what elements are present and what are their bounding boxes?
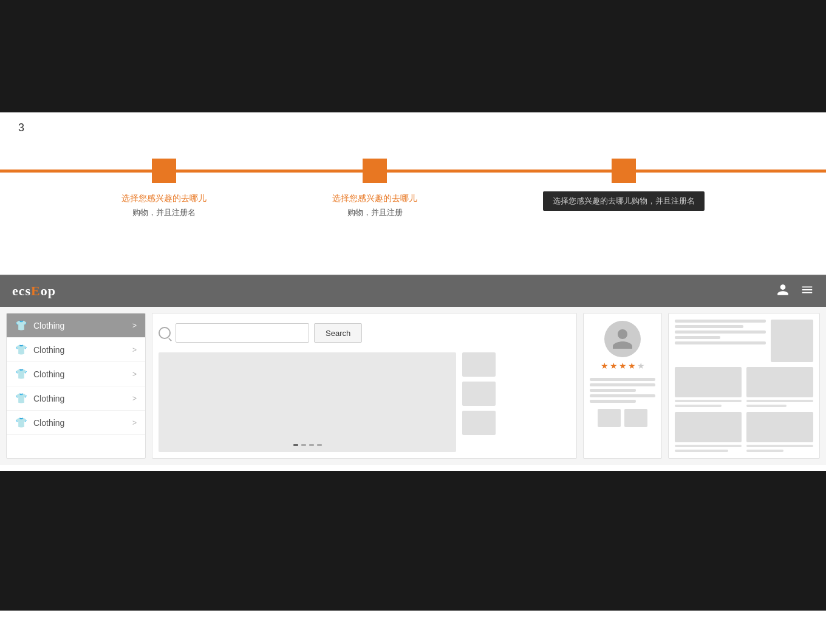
fr-grid-item-2 — [746, 367, 813, 407]
search-input[interactable] — [176, 323, 309, 343]
sidebar-item-1[interactable]: 👕 Clothing > — [7, 338, 145, 362]
dot-4[interactable] — [317, 444, 322, 446]
far-right-top — [675, 320, 813, 362]
fr-grid-line-1a — [675, 400, 742, 402]
fr-line-4 — [675, 336, 720, 339]
timeline-node-3: 选择您感兴趣的去哪儿购物，并且注册名 — [543, 159, 705, 219]
dot-2[interactable] — [301, 444, 306, 446]
top-black-section — [0, 0, 826, 112]
ecshop-main-panel: Search — [152, 313, 577, 459]
fr-line-1 — [675, 320, 766, 323]
shirt-icon-0: 👕 — [15, 320, 27, 331]
shirt-icon-1: 👕 — [15, 344, 27, 355]
node-line1-1: 选择您感兴趣的去哪儿 — [121, 191, 206, 206]
menu-icon[interactable] — [800, 283, 814, 300]
timeline-nodes: 选择您感兴趣的去哪儿 购物，并且注册名 选择您感兴趣的去哪儿 购物，并且注册 选… — [0, 159, 826, 219]
avatar — [604, 321, 641, 357]
chevron-icon-3: > — [132, 394, 137, 403]
step-number: 3 — [18, 122, 24, 134]
node-line2-2: 购物，并且注册 — [332, 206, 417, 219]
content-thumbnails — [462, 352, 496, 452]
thumbnail-2[interactable] — [462, 382, 496, 406]
chevron-icon-2: > — [132, 370, 137, 379]
dot-1[interactable] — [293, 444, 298, 446]
step-label: 3 — [0, 115, 826, 140]
fr-grid-line-4b — [746, 450, 783, 452]
sidebar-label-1: Clothing — [33, 345, 64, 355]
ecshop-header: ecsEop — [0, 275, 826, 307]
sidebar-item-3[interactable]: 👕 Clothing > — [7, 386, 145, 411]
star-1: ★ — [601, 361, 609, 371]
timeline-wrapper: 选择您感兴趣的去哪儿 购物，并且注册名 选择您感兴趣的去哪儿 购物，并且注册 选… — [0, 159, 826, 231]
thumbnail-3[interactable] — [462, 411, 496, 435]
star-2: ★ — [610, 361, 618, 371]
shirt-icon-3: 👕 — [15, 392, 27, 404]
fr-grid-item-3 — [675, 412, 742, 452]
header-icons — [776, 283, 814, 300]
fr-grid-image-2 — [746, 367, 813, 397]
node-box-label-3: 选择您感兴趣的去哪儿购物，并且注册名 — [543, 191, 705, 211]
fr-line-5 — [675, 341, 766, 344]
star-3: ★ — [619, 361, 627, 371]
user-icon[interactable] — [776, 283, 790, 300]
chevron-icon-0: > — [132, 321, 137, 330]
fr-grid-line-2b — [746, 405, 787, 407]
node-diamond-1 — [152, 159, 176, 183]
star-5: ★ — [637, 361, 645, 371]
fr-grid-line-3a — [675, 445, 742, 447]
fr-grid-item-1 — [675, 367, 742, 407]
sidebar-item-left-2: 👕 Clothing — [15, 368, 64, 380]
shirt-icon-4: 👕 — [15, 417, 27, 428]
ecshop-body: 👕 Clothing > 👕 Clothing > 👕 Clothing > — [0, 307, 826, 465]
sidebar-item-0[interactable]: 👕 Clothing > — [7, 313, 145, 338]
timeline-section: 选择您感兴趣的去哪儿 购物，并且注册名 选择您感兴趣的去哪儿 购物，并且注册 选… — [0, 140, 826, 262]
profile-text-lines — [590, 378, 655, 403]
fr-grid-line-3b — [675, 450, 728, 452]
star-4: ★ — [628, 361, 636, 371]
ecshop-sidebar: 👕 Clothing > 👕 Clothing > 👕 Clothing > — [6, 313, 146, 459]
search-button[interactable]: Search — [314, 323, 362, 343]
search-bar: Search — [159, 320, 570, 346]
sidebar-label-4: Clothing — [33, 418, 64, 428]
sidebar-item-left-4: 👕 Clothing — [15, 417, 64, 428]
far-right-grid — [675, 367, 813, 452]
profile-line-1 — [590, 378, 655, 381]
search-icon — [159, 327, 171, 339]
profile-line-3 — [590, 389, 636, 392]
node-label-1: 选择您感兴趣的去哪儿 购物，并且注册名 — [121, 191, 206, 219]
node-line2-1: 购物，并且注册名 — [121, 206, 206, 219]
ecshop-logo: ecsEop — [12, 283, 56, 299]
profile-line-2 — [590, 383, 655, 386]
fr-top-image — [771, 320, 813, 362]
profile-line-4 — [590, 394, 655, 397]
ecshop-section: ecsEop 👕 Clothing > — [0, 274, 826, 465]
fr-grid-image-1 — [675, 367, 742, 397]
sidebar-item-left-3: 👕 Clothing — [15, 392, 64, 404]
fr-grid-line-4a — [746, 445, 813, 447]
node-line1-2: 选择您感兴趣的去哪儿 — [332, 191, 417, 206]
timeline-node-1: 选择您感兴趣的去哪儿 购物，并且注册名 — [121, 159, 206, 219]
node-diamond-2 — [363, 159, 387, 183]
fr-line-2 — [675, 325, 743, 328]
fr-text-block — [675, 320, 766, 362]
sidebar-label-0: Clothing — [33, 321, 64, 331]
profile-box-1 — [598, 409, 621, 427]
main-content-area — [159, 352, 570, 452]
sidebar-label-3: Clothing — [33, 394, 64, 403]
carousel-dots — [293, 444, 322, 446]
fr-grid-image-3 — [675, 412, 742, 442]
node-diamond-3 — [612, 159, 636, 183]
fr-grid-image-4 — [746, 412, 813, 442]
sidebar-item-left-0: 👕 Clothing — [15, 320, 64, 331]
profile-bottom-boxes — [598, 409, 647, 427]
chevron-icon-4: > — [132, 419, 137, 427]
timeline-node-2: 选择您感兴趣的去哪儿 购物，并且注册 — [332, 159, 417, 219]
sidebar-item-4[interactable]: 👕 Clothing > — [7, 411, 145, 435]
profile-line-5 — [590, 400, 636, 403]
profile-box-2 — [624, 409, 647, 427]
dot-3[interactable] — [309, 444, 314, 446]
main-image-placeholder — [159, 352, 456, 452]
sidebar-item-2[interactable]: 👕 Clothing > — [7, 362, 145, 386]
thumbnail-1[interactable] — [462, 352, 496, 377]
bottom-black-section — [0, 471, 826, 611]
